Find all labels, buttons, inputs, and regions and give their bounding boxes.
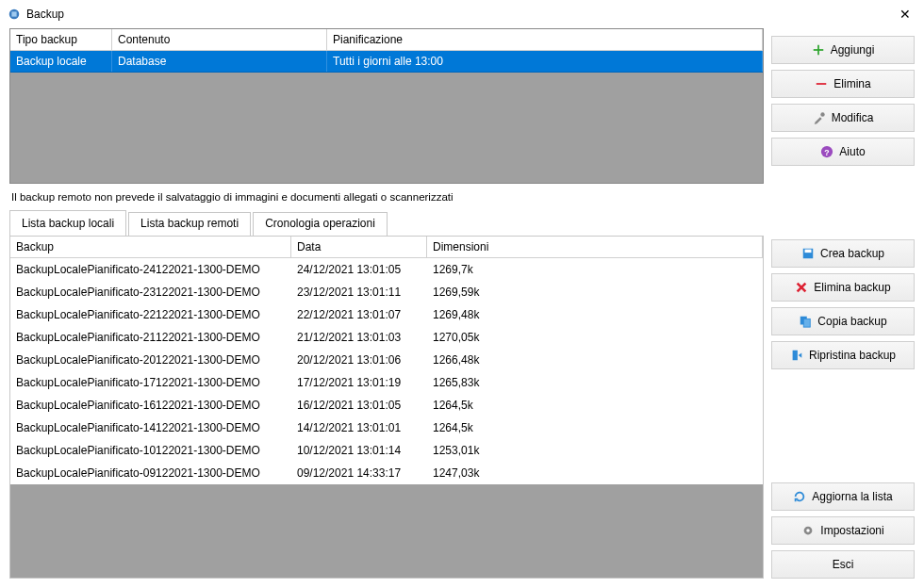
cell-tipo: Backup locale — [10, 51, 112, 72]
ripristina-backup-button[interactable]: Ripristina backup — [771, 341, 915, 369]
minus-icon — [815, 77, 828, 90]
cell-data: 10/12/2021 13:01:14 — [291, 439, 427, 462]
app-icon — [8, 8, 26, 21]
svg-rect-1 — [11, 11, 16, 16]
list-row[interactable]: BackupLocalePianificato-22122021-1300-DE… — [10, 303, 763, 326]
copy-icon — [799, 315, 812, 328]
cell-backup: BackupLocalePianificato-10122021-1300-DE… — [10, 439, 291, 462]
cell-dimensioni: 1269,7k — [427, 258, 763, 281]
aggiorna-lista-button[interactable]: Aggiorna la lista — [771, 482, 915, 511]
list-header: Backup Data Dimensioni — [10, 237, 763, 258]
svg-text:?: ? — [825, 148, 830, 157]
tab-cronologia[interactable]: Cronologia operazioni — [253, 212, 388, 236]
cell-data: 22/12/2021 13:01:07 — [291, 303, 427, 326]
remote-backup-note: Il backup remoto non prevede il salvatag… — [9, 184, 764, 210]
cell-data: 17/12/2021 13:01:19 — [291, 371, 427, 394]
list-row[interactable]: BackupLocalePianificato-14122021-1300-DE… — [10, 416, 763, 439]
delete-icon — [795, 281, 808, 294]
svg-rect-12 — [793, 351, 798, 361]
esci-button[interactable]: Esci — [771, 550, 915, 579]
aiuto-button[interactable]: ? Aiuto — [771, 138, 915, 166]
button-label: Modifica — [832, 111, 874, 124]
refresh-icon — [793, 490, 806, 503]
cell-data: 23/12/2021 13:01:11 — [291, 281, 427, 303]
window-title: Backup — [26, 8, 64, 21]
cell-dimensioni: 1264,5k — [427, 394, 763, 416]
cell-data: 14/12/2021 13:01:01 — [291, 416, 427, 439]
cell-dimensioni: 1270,05k — [427, 326, 763, 349]
cell-backup: BackupLocalePianificato-21122021-1300-DE… — [10, 326, 291, 349]
cell-backup: BackupLocalePianificato-14122021-1300-DE… — [10, 416, 291, 439]
cell-dimensioni: 1266,48k — [427, 349, 763, 371]
cell-data: 20/12/2021 13:01:06 — [291, 349, 427, 371]
col-contenuto-header[interactable]: Contenuto — [112, 29, 327, 50]
list-row[interactable]: BackupLocalePianificato-21122021-1300-DE… — [10, 326, 763, 349]
cell-backup: BackupLocalePianificato-22122021-1300-DE… — [10, 303, 291, 326]
cell-data: 24/12/2021 13:01:05 — [291, 258, 427, 281]
svg-rect-4 — [817, 83, 827, 85]
cell-backup: BackupLocalePianificato-23122021-1300-DE… — [10, 281, 291, 303]
cell-backup: BackupLocalePianificato-20122021-1300-DE… — [10, 349, 291, 371]
plus-icon — [812, 43, 825, 57]
impostazioni-button[interactable]: Impostazioni — [771, 516, 915, 545]
cell-backup: BackupLocalePianificato-09122021-1300-DE… — [10, 462, 291, 484]
button-label: Copia backup — [817, 315, 886, 328]
cell-data: 09/12/2021 14:33:17 — [291, 462, 427, 484]
elimina-button[interactable]: Elimina — [771, 70, 915, 98]
cell-backup: BackupLocalePianificato-24122021-1300-DE… — [10, 258, 291, 281]
button-label: Ripristina backup — [809, 349, 896, 362]
list-row[interactable]: BackupLocalePianificato-17122021-1300-DE… — [10, 371, 763, 394]
copia-backup-button[interactable]: Copia backup — [771, 307, 915, 335]
backup-config-table: Tipo backup Contenuto Pianificazione Bac… — [9, 28, 764, 184]
list-row[interactable]: BackupLocalePianificato-20122021-1300-DE… — [10, 349, 763, 371]
col-tipo-header[interactable]: Tipo backup — [10, 29, 112, 50]
tab-strip: Lista backup locali Lista backup remoti … — [9, 210, 764, 236]
svg-rect-3 — [813, 49, 823, 51]
close-icon[interactable]: ✕ — [894, 7, 916, 22]
restore-icon — [790, 349, 803, 362]
cell-data: 21/12/2021 13:01:03 — [291, 326, 427, 349]
wrench-icon — [813, 111, 826, 124]
modifica-button[interactable]: Modifica — [771, 104, 915, 132]
sidebar-buttons: Aggiungi Elimina Modifica ? Aiuto Crea b… — [771, 28, 915, 579]
tab-lista-locali[interactable]: Lista backup locali — [9, 210, 126, 236]
disk-icon — [801, 247, 815, 260]
col-backup-header[interactable]: Backup — [10, 237, 291, 257]
backup-list-panel: Backup Data Dimensioni BackupLocalePiani… — [9, 236, 764, 579]
crea-backup-button[interactable]: Crea backup — [771, 239, 915, 268]
gear-icon — [801, 524, 815, 537]
titlebar: Backup ✕ — [0, 0, 924, 28]
tab-lista-remoti[interactable]: Lista backup remoti — [128, 212, 251, 236]
cell-dimensioni: 1264,5k — [427, 416, 763, 439]
cell-dimensioni: 1265,83k — [427, 371, 763, 394]
list-row[interactable]: BackupLocalePianificato-10122021-1300-DE… — [10, 439, 763, 462]
col-pianificazione-header[interactable]: Pianificazione — [327, 29, 763, 50]
cell-dimensioni: 1269,48k — [427, 303, 763, 326]
col-data-header[interactable]: Data — [291, 237, 427, 257]
config-table-header: Tipo backup Contenuto Pianificazione — [10, 29, 763, 51]
list-row[interactable]: BackupLocalePianificato-16122021-1300-DE… — [10, 394, 763, 416]
elimina-backup-button[interactable]: Elimina backup — [771, 273, 915, 302]
backup-window: Backup ✕ Tipo backup Contenuto Pianifica… — [0, 0, 924, 588]
svg-point-14 — [807, 529, 811, 532]
button-label: Crea backup — [820, 247, 884, 260]
list-row[interactable]: BackupLocalePianificato-24122021-1300-DE… — [10, 258, 763, 281]
help-icon: ? — [820, 145, 833, 158]
svg-rect-11 — [804, 318, 811, 327]
list-row[interactable]: BackupLocalePianificato-23122021-1300-DE… — [10, 281, 763, 303]
button-label: Elimina — [833, 77, 870, 90]
cell-backup: BackupLocalePianificato-16122021-1300-DE… — [10, 394, 291, 416]
cell-dimensioni: 1253,01k — [427, 439, 763, 462]
cell-dimensioni: 1247,03k — [427, 462, 763, 484]
aggiungi-button[interactable]: Aggiungi — [771, 36, 915, 64]
cell-backup: BackupLocalePianificato-17122021-1300-DE… — [10, 371, 291, 394]
button-label: Esci — [833, 558, 854, 571]
cell-data: 16/12/2021 13:01:05 — [291, 394, 427, 416]
button-label: Aiuto — [839, 145, 865, 158]
list-row[interactable]: BackupLocalePianificato-09122021-1300-DE… — [10, 462, 763, 484]
cell-dimensioni: 1269,59k — [427, 281, 763, 303]
button-label: Aggiorna la lista — [812, 490, 892, 503]
config-table-row[interactable]: Backup locale Database Tutti i giorni al… — [10, 51, 763, 73]
col-dimensioni-header[interactable]: Dimensioni — [427, 237, 763, 257]
cell-contenuto: Database — [112, 51, 327, 72]
